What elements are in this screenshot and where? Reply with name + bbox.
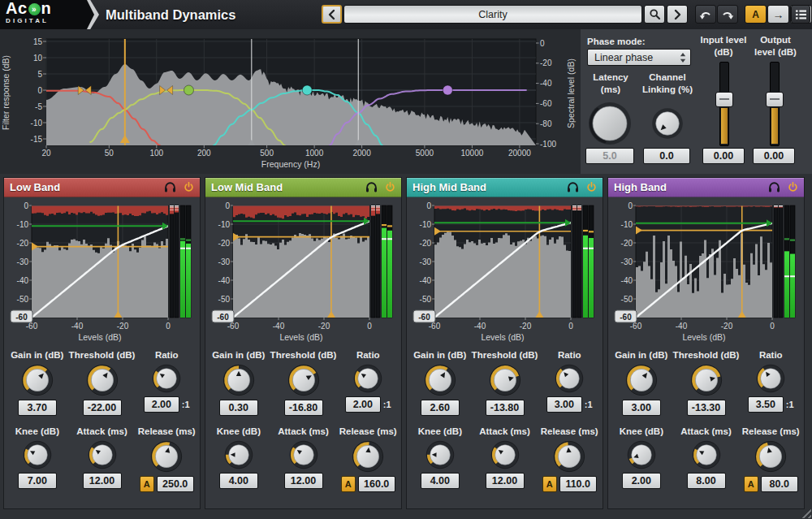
attack-knob[interactable] [692, 440, 721, 469]
svg-text:-20: -20 [520, 322, 532, 331]
band-header[interactable]: High Band [608, 178, 804, 197]
threshold-label: Threshold (dB) [472, 350, 538, 360]
preset-name-field[interactable]: Clarity [343, 5, 642, 24]
threshold-value[interactable]: -22.00 [83, 400, 122, 416]
ratio-knob[interactable] [555, 364, 584, 393]
titlebar: Ac»n DIGITAL Multiband Dynamics Clarity … [0, 0, 812, 30]
power-icon[interactable] [184, 182, 194, 192]
power-icon[interactable] [586, 182, 597, 192]
ratio-value[interactable]: 3.00 [546, 396, 582, 413]
gain-in-value[interactable]: 3.70 [18, 400, 57, 416]
knee-value[interactable]: 4.00 [421, 473, 460, 489]
attack-value[interactable]: 12.00 [486, 473, 525, 489]
fader-handle[interactable] [715, 92, 733, 107]
auto-release-button[interactable]: A [744, 476, 758, 492]
ab-copy-button[interactable]: → [767, 5, 789, 24]
band-level-graph[interactable]: 0-10-20-30-40-50-60-60-40-200Levels (dB)… [407, 198, 603, 346]
power-icon[interactable] [385, 182, 395, 192]
release-value[interactable]: 110.0 [559, 476, 597, 492]
band-panel: High Mid Band 0-10-20-30-40-50-60-60-40-… [406, 177, 603, 509]
gain-in-knob[interactable] [21, 364, 54, 396]
solo-headphones-icon[interactable] [164, 182, 176, 192]
gain-in-knob[interactable] [424, 364, 456, 396]
preset-prev-button[interactable] [322, 5, 342, 24]
undo-button[interactable] [695, 5, 716, 24]
solo-headphones-icon[interactable] [567, 182, 579, 192]
knee-knob[interactable] [425, 440, 455, 469]
ratio-value[interactable]: 2.00 [144, 396, 179, 413]
threshold-knob[interactable] [287, 364, 320, 396]
redo-button[interactable] [717, 5, 738, 24]
threshold-value[interactable]: -13.80 [486, 400, 525, 416]
input-level-value[interactable]: 0.00 [702, 148, 745, 164]
release-knob[interactable] [352, 440, 384, 473]
auto-release-button[interactable]: A [542, 476, 557, 492]
knee-value[interactable]: 2.00 [622, 473, 661, 489]
gain-in-value[interactable]: 2.60 [421, 400, 460, 416]
preset-next-button[interactable] [667, 5, 688, 24]
svg-text:-40: -40 [621, 276, 633, 285]
gain-in-knob[interactable] [222, 364, 255, 396]
ratio-value[interactable]: 2.00 [345, 396, 381, 413]
ab-compare-a-button[interactable]: A [745, 5, 767, 24]
svg-text:-50: -50 [420, 295, 432, 304]
band-level-graph[interactable]: 0-10-20-30-40-50-60-60-40-200Levels (dB)… [4, 198, 200, 346]
gain-in-knob[interactable] [625, 364, 658, 396]
input-level-fader[interactable] [715, 62, 732, 146]
auto-release-button[interactable]: A [140, 476, 154, 492]
solo-headphones-icon[interactable] [365, 182, 378, 192]
release-knob[interactable] [553, 440, 585, 473]
attack-value[interactable]: 12.00 [284, 473, 323, 489]
threshold-knob[interactable] [690, 364, 723, 396]
knee-value[interactable]: 4.00 [219, 473, 258, 489]
phase-mode-select[interactable]: Linear phase [587, 49, 691, 66]
attack-value[interactable]: 8.00 [687, 473, 726, 489]
gain-in-value[interactable]: 0.30 [219, 400, 258, 416]
attack-knob[interactable] [289, 440, 318, 469]
channel-linking-value[interactable]: 0.0 [643, 148, 690, 164]
release-value[interactable]: 250.0 [157, 476, 194, 492]
threshold-knob[interactable] [86, 364, 119, 396]
power-icon[interactable] [788, 182, 798, 192]
release-value[interactable]: 80.0 [761, 476, 798, 492]
band-header[interactable]: Low Band [4, 178, 200, 197]
fader-handle[interactable] [766, 92, 784, 107]
release-value[interactable]: 160.0 [358, 476, 395, 492]
knee-knob[interactable] [224, 440, 253, 469]
ratio-suffix: :1 [585, 400, 593, 409]
knee-knob[interactable] [23, 440, 52, 469]
band-level-graph[interactable]: 0-10-20-30-40-50-60-60-40-200Levels (dB)… [608, 198, 804, 346]
svg-text:-20: -20 [17, 239, 29, 248]
knee-label: Knee (dB) [15, 426, 59, 436]
ratio-knob[interactable] [353, 364, 382, 393]
attack-knob[interactable] [88, 440, 117, 469]
release-knob[interactable] [150, 440, 183, 473]
logo-play-icon: » [28, 3, 41, 15]
band-header[interactable]: High Mid Band [407, 178, 603, 197]
ratio-knob[interactable] [152, 364, 181, 393]
knee-value[interactable]: 7.00 [18, 473, 57, 489]
ratio-knob[interactable] [756, 364, 785, 393]
attack-knob[interactable] [490, 440, 520, 469]
ratio-value[interactable]: 3.50 [748, 396, 784, 413]
threshold-value[interactable]: -16.80 [284, 400, 323, 416]
latency-knob [587, 101, 633, 146]
release-knob[interactable] [754, 440, 787, 473]
threshold-value[interactable]: -13.30 [687, 400, 726, 416]
band-header[interactable]: Low Mid Band [205, 178, 401, 197]
latency-value: 5.0 [585, 148, 634, 164]
output-level-fader[interactable] [765, 62, 783, 146]
output-level-value[interactable]: 0.00 [753, 148, 795, 164]
threshold-knob[interactable] [489, 364, 521, 396]
attack-value[interactable]: 12.00 [83, 473, 122, 489]
channel-linking-knob[interactable] [651, 107, 684, 140]
preset-search-button[interactable] [644, 5, 665, 24]
gain-in-value[interactable]: 3.00 [622, 400, 661, 416]
knee-knob[interactable] [627, 440, 656, 469]
solo-headphones-icon[interactable] [768, 182, 780, 192]
menu-button[interactable] [791, 5, 810, 24]
auto-release-button[interactable]: A [341, 476, 356, 492]
svg-text:0: 0 [367, 322, 372, 331]
spectrum-graph[interactable]: 151050-5-10-150-20-40-60-80-100205010020… [0, 29, 581, 174]
band-level-graph[interactable]: 0-10-20-30-40-50-60-60-40-200Levels (dB)… [205, 198, 401, 346]
